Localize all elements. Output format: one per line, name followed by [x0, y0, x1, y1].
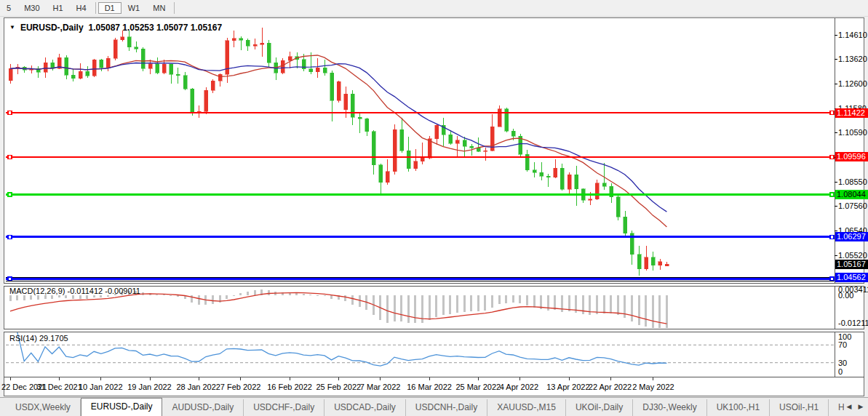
price-tick: 1.14610	[838, 31, 867, 39]
price-tick: 1.12600	[838, 79, 867, 88]
date-label: 25 Mar 2022	[455, 383, 501, 391]
chart-canvas[interactable]	[0, 0, 868, 416]
level-handle-right	[830, 277, 834, 281]
symbol-tab-usdx-weekly[interactable]: USDX,Weekly	[6, 399, 81, 416]
symbol-tab-eurusd-daily[interactable]: EURUSD-,Daily	[81, 398, 163, 416]
rsi-panel	[6, 332, 834, 366]
symbol-tab-uk100-h1[interactable]: UK100-,H1	[707, 399, 770, 416]
time-axis-divider	[4, 377, 864, 377]
rsi-axis-label: 100	[838, 332, 851, 341]
rsi-axis-label: 0	[838, 367, 843, 376]
level-handle-left	[8, 277, 12, 281]
date-label: 16 Mar 2022	[407, 383, 452, 391]
date-label: 31 Dec 2021	[36, 383, 81, 391]
level-handle-left	[8, 111, 12, 115]
price-tick-mark	[835, 35, 837, 36]
symbol-tab-xauusd-m15[interactable]: XAUUSD-,M15	[487, 399, 566, 416]
level-handle-right	[830, 111, 834, 115]
price-tick-mark	[835, 206, 837, 207]
date-label: 22 Apr 2022	[589, 383, 632, 391]
mt4-window: 5M30H1H4D1W1MN ▼ EURUSD-,Daily 1.05087 1…	[0, 0, 868, 416]
current-price-badge: 1.05167	[835, 260, 868, 269]
level-handle-left	[8, 155, 12, 159]
date-ticks	[10, 377, 653, 380]
date-label: 4 Apr 2022	[500, 383, 538, 391]
date-label: 19 Jan 2022	[127, 383, 172, 391]
date-label: 16 Feb 2022	[267, 383, 312, 391]
price-tick-mark	[835, 132, 837, 133]
symbol-tab-audusd-daily[interactable]: AUDUSD-,Daily	[162, 399, 244, 416]
level-price-badge: 1.11422	[835, 108, 868, 118]
price-tick: 1.07560	[838, 201, 867, 210]
date-label: 7 Feb 2022	[220, 383, 261, 391]
date-label: 25 Feb 2022	[316, 383, 361, 391]
price-tick: 1.10590	[838, 128, 867, 137]
tab-scroll-left-icon[interactable]: ◀	[844, 400, 854, 413]
symbol-tab-usdchf-daily[interactable]: USDCHF-,Daily	[244, 399, 324, 416]
rsi-axis-label: 70	[838, 340, 847, 349]
symbol-tab-usdcnh-daily[interactable]: USDCNH-,Daily	[406, 399, 487, 416]
price-tick-mark	[835, 59, 837, 60]
rsi-panel-divider[interactable]	[4, 329, 864, 332]
date-label: 2 May 2022	[632, 383, 674, 391]
symbol-tabbar: USDX,WeeklyEURUSD-,DailyAUDUSD-,DailyUSD…	[0, 397, 868, 416]
macd-label: MACD(12,26,9) -0.011412 -0.009011	[9, 287, 140, 295]
level-price-badge: 1.06297	[835, 232, 868, 241]
level-handle-right	[830, 193, 834, 196]
date-label: 7 Mar 2022	[360, 383, 401, 391]
rsi-axis-label: 30	[838, 359, 847, 367]
tab-scroll-right-icon[interactable]: ▶	[856, 400, 866, 413]
symbol-tab-usdcad-daily[interactable]: USDCAD-,Daily	[324, 399, 406, 416]
symbol-tab-ukoil-daily[interactable]: UKOil-,Daily	[566, 399, 633, 416]
price-tick-mark	[835, 255, 837, 256]
rsi-label: RSI(14) 29.1705	[9, 334, 68, 343]
price-tick-mark	[835, 84, 837, 84]
price-tick: 1.13620	[838, 55, 867, 63]
macd-axis-zero: 0.00	[838, 291, 853, 300]
level-handle-right	[830, 155, 834, 159]
date-label: 10 Jan 2022	[79, 383, 123, 391]
date-label: 28 Jan 2022	[176, 383, 220, 391]
tab-scroll-arrows: ◀ ▶	[844, 400, 866, 413]
macd-axis-min: -0.012118	[838, 319, 868, 327]
price-tick-mark	[835, 231, 837, 231]
level-price-badge: 1.08044	[835, 190, 868, 199]
level-handle-right	[830, 235, 834, 239]
price-tick: 1.05520	[838, 251, 867, 260]
date-label: 13 Apr 2022	[546, 383, 589, 391]
symbol-tab-usoil-h1[interactable]: USOil-,H1	[770, 399, 829, 416]
symbol-tab-dj30-weekly[interactable]: DJ30-,Weekly	[633, 399, 706, 416]
level-handle-left	[8, 193, 12, 196]
level-handle-left	[8, 235, 12, 239]
level-price-badge: 1.09596	[835, 152, 868, 161]
level-price-badge: 1.04562	[835, 273, 868, 282]
rsi-line	[17, 332, 667, 366]
price-tick: 1.08550	[838, 177, 867, 186]
price-tick-mark	[835, 182, 837, 183]
level-lines	[6, 111, 834, 281]
